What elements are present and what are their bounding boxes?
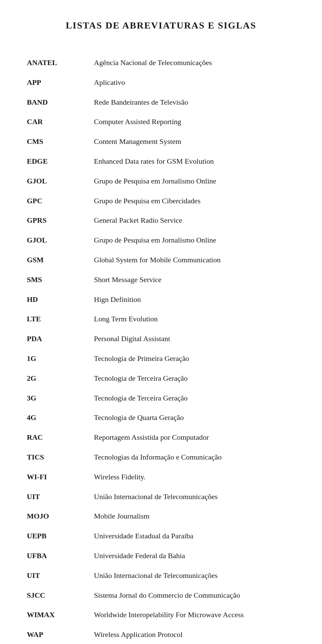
abbreviation-row: WIMAXWorldwide Interopelability For Micr…: [27, 610, 295, 620]
abbreviation-code: WAP: [27, 630, 94, 640]
abbreviation-definition: Universidade Federal da Bahia: [94, 551, 185, 561]
abbreviation-code: UIT: [27, 571, 94, 581]
abbreviation-row: WI-FIWireless Fidelity.: [27, 472, 295, 482]
abbreviation-row: GJOLGrupo de Pesquisa em Jornalismo Onli…: [27, 176, 295, 186]
abbreviation-definition: Short Message Service: [94, 275, 162, 285]
abbreviation-code: WIMAX: [27, 610, 94, 620]
abbreviation-definition: Tecnologia de Terceira Geração: [94, 373, 187, 384]
abbreviation-row: 1GTecnologia de Primeira Geração: [27, 354, 295, 364]
abbreviation-row: UITUnião Internacional de Telecomunicaçõ…: [27, 571, 295, 581]
abbreviation-definition: União Internacional de Telecomunicações: [94, 492, 218, 502]
abbreviation-code: HD: [27, 294, 94, 305]
abbreviation-code: MOJO: [27, 511, 94, 522]
abbreviation-code: GPC: [27, 196, 94, 206]
abbreviation-definition: Wireless Application Protocol: [94, 630, 182, 640]
abbreviation-definition: Grupo de Pesquisa em Jornalismo Online: [94, 176, 216, 186]
abbreviation-definition: Grupo de Pesquisa em Jornalismo Online: [94, 235, 216, 246]
abbreviation-row: GJOLGrupo de Pesquisa em Jornalismo Onli…: [27, 235, 295, 246]
abbreviation-code: UFBA: [27, 551, 94, 561]
abbreviation-row: GPCGrupo de Pesquisa em Cibercidades: [27, 196, 295, 206]
abbreviation-code: 4G: [27, 413, 94, 423]
abbreviation-list: ANATELAgência Nacional de Telecomunicaçõ…: [27, 58, 295, 640]
abbreviation-definition: Mobile Journalism: [94, 511, 150, 522]
abbreviation-row: SMSShort Message Service: [27, 275, 295, 285]
abbreviation-definition: Reportagem Assistida por Computador: [94, 432, 209, 443]
abbreviation-definition: Tecnologia de Terceira Geração: [94, 393, 187, 404]
abbreviation-row: ANATELAgência Nacional de Telecomunicaçõ…: [27, 58, 295, 68]
abbreviation-definition: Content Management System: [94, 137, 181, 147]
abbreviation-code: GJOL: [27, 176, 94, 186]
abbreviation-definition: Worldwide Interopelability For Microwave…: [94, 610, 244, 620]
abbreviation-row: RACReportagem Assistida por Computador: [27, 432, 295, 443]
abbreviation-row: 3GTecnologia de Terceira Geração: [27, 393, 295, 404]
abbreviation-code: GPRS: [27, 215, 94, 226]
abbreviation-code: UEPB: [27, 531, 94, 541]
abbreviation-row: APPAplicativo: [27, 77, 295, 88]
abbreviation-definition: União Internacional de Telecomunicações: [94, 571, 218, 581]
abbreviation-code: WI-FI: [27, 472, 94, 482]
abbreviation-definition: Wireless Fidelity.: [94, 472, 146, 482]
abbreviation-code: SMS: [27, 275, 94, 285]
abbreviation-row: TICSTecnologias da Informação e Comunica…: [27, 452, 295, 463]
abbreviation-row: GPRSGeneral Packet Radio Service: [27, 215, 295, 226]
abbreviation-code: BAND: [27, 97, 94, 108]
abbreviation-code: LTE: [27, 314, 94, 324]
abbreviation-row: CMSContent Management System: [27, 137, 295, 147]
abbreviation-row: WAPWireless Application Protocol: [27, 630, 295, 640]
abbreviation-definition: Tecnologias da Informação e Comunicação: [94, 452, 222, 463]
abbreviation-code: SJCC: [27, 590, 94, 601]
abbreviation-code: RAC: [27, 432, 94, 443]
abbreviation-row: 4GTecnologia de Quarta Geração: [27, 413, 295, 423]
abbreviation-definition: Tecnologia de Quarta Geração: [94, 413, 184, 423]
abbreviation-row: PDAPersonal Digital Assistant: [27, 334, 295, 344]
abbreviation-code: PDA: [27, 334, 94, 344]
abbreviation-code: EDGE: [27, 156, 94, 167]
abbreviation-definition: Personal Digital Assistant: [94, 334, 170, 344]
abbreviation-row: UFBAUniversidade Federal da Bahia: [27, 551, 295, 561]
abbreviation-code: 3G: [27, 393, 94, 404]
abbreviation-row: MOJOMobile Journalism: [27, 511, 295, 522]
abbreviation-row: BANDRede Bandeirantes de Televisão: [27, 97, 295, 108]
abbreviation-code: GSM: [27, 255, 94, 265]
abbreviation-definition: Universidade Estadual da Paraíba: [94, 531, 193, 541]
abbreviation-code: UIT: [27, 492, 94, 502]
abbreviation-row: CARComputer Assisted Reporting: [27, 117, 295, 127]
abbreviation-definition: Long Term Evolution: [94, 314, 158, 324]
abbreviation-row: UEPBUniversidade Estadual da Paraíba: [27, 531, 295, 541]
abbreviation-row: 2GTecnologia de Terceira Geração: [27, 373, 295, 384]
abbreviation-definition: Sistema Jornal do Commercio de Communica…: [94, 590, 240, 601]
abbreviation-definition: Tecnologia de Primeira Geração: [94, 354, 189, 364]
abbreviation-definition: Grupo de Pesquisa em Cibercidades: [94, 196, 201, 206]
abbreviation-row: HDHign Definition: [27, 294, 295, 305]
abbreviation-code: CAR: [27, 117, 94, 127]
abbreviation-definition: Enhanced Data rates for GSM Evolution: [94, 156, 214, 167]
abbreviation-definition: General Packet Radio Service: [94, 215, 182, 226]
abbreviation-code: 1G: [27, 354, 94, 364]
abbreviation-code: CMS: [27, 137, 94, 147]
abbreviation-definition: Agência Nacional de Telecomunicações: [94, 58, 212, 68]
abbreviation-code: APP: [27, 77, 94, 88]
abbreviation-code: TICS: [27, 452, 94, 463]
abbreviation-row: SJCCSistema Jornal do Commercio de Commu…: [27, 590, 295, 601]
abbreviation-definition: Rede Bandeirantes de Televisão: [94, 97, 188, 108]
abbreviation-code: 2G: [27, 373, 94, 384]
abbreviation-code: GJOL: [27, 235, 94, 246]
abbreviation-row: UITUnião Internacional de Telecomunicaçõ…: [27, 492, 295, 502]
abbreviation-definition: Aplicativo: [94, 77, 125, 88]
abbreviation-row: GSMGlobal System for Mobile Communicatio…: [27, 255, 295, 265]
abbreviation-definition: Hign Definition: [94, 294, 141, 305]
abbreviation-definition: Computer Assisted Reporting: [94, 117, 181, 127]
abbreviation-definition: Global System for Mobile Communication: [94, 255, 221, 265]
page-title: LISTAS DE ABREVIATURAS E SIGLAS: [27, 20, 295, 31]
abbreviation-row: EDGEEnhanced Data rates for GSM Evolutio…: [27, 156, 295, 167]
abbreviation-row: LTELong Term Evolution: [27, 314, 295, 324]
abbreviation-code: ANATEL: [27, 58, 94, 68]
